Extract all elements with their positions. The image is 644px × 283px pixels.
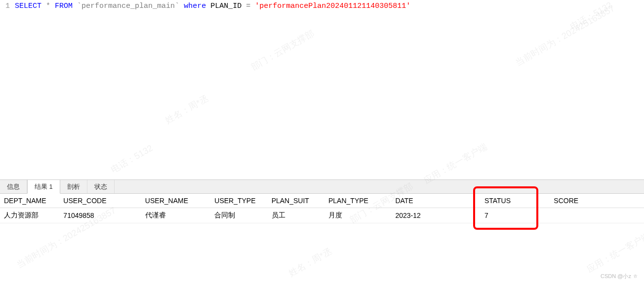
cell-plan-suit[interactable]: 员工: [268, 208, 324, 223]
col-user-code[interactable]: USER_CODE: [59, 194, 141, 208]
table-header-row: DEPT_NAME USER_CODE USER_NAME USER_TYPE …: [0, 194, 644, 208]
watermark-text: 应用：统一客户端: [585, 230, 644, 276]
table-name: `performance_plan_main`: [77, 2, 179, 10]
tab-info[interactable]: 信息: [0, 180, 27, 193]
results-pane: DEPT_NAME USER_CODE USER_NAME USER_TYPE …: [0, 194, 644, 223]
sql-text[interactable]: SELECT * FROM `performance_plan_main` wh…: [15, 2, 644, 10]
keyword-from: FROM: [55, 2, 73, 10]
table-row[interactable]: 人力资源部 71049858 代谨睿 合同制 员工 月度 2023-12 7: [0, 208, 644, 223]
result-tabs: 信息 结果 1 剖析 状态: [0, 180, 644, 194]
cell-date[interactable]: 2023-12: [391, 208, 481, 223]
col-plan-type[interactable]: PLAN_TYPE: [324, 194, 391, 208]
watermark-text: 姓名：周*丞: [286, 245, 334, 279]
col-user-name[interactable]: USER_NAME: [141, 194, 210, 208]
column-name: PLAN_ID: [210, 2, 242, 10]
cell-user-code[interactable]: 71049858: [59, 208, 141, 223]
cell-dept-name[interactable]: 人力资源部: [0, 208, 59, 223]
line-number: 1: [0, 2, 15, 10]
col-user-type[interactable]: USER_TYPE: [210, 194, 267, 208]
tab-profile[interactable]: 剖析: [60, 180, 87, 193]
footer-credit: CSDN @小z ㅎ: [601, 273, 638, 280]
cell-plan-type[interactable]: 月度: [324, 208, 391, 223]
cell-user-name[interactable]: 代谨睿: [141, 208, 210, 223]
col-date[interactable]: DATE: [391, 194, 481, 208]
equals-operator: =: [246, 2, 250, 10]
col-status[interactable]: STATUS: [481, 194, 550, 208]
cell-user-type[interactable]: 合同制: [210, 208, 267, 223]
col-score[interactable]: SCORE: [550, 194, 644, 208]
col-plan-suit[interactable]: PLAN_SUIT: [268, 194, 324, 208]
cell-status[interactable]: 7: [481, 208, 550, 223]
keyword-select: SELECT: [15, 2, 41, 10]
results-table: DEPT_NAME USER_CODE USER_NAME USER_TYPE …: [0, 194, 644, 223]
cell-score[interactable]: [550, 208, 644, 223]
tab-result[interactable]: 结果 1: [27, 179, 60, 194]
tab-status[interactable]: 状态: [87, 180, 115, 193]
sql-editor[interactable]: 1 SELECT * FROM `performance_plan_main` …: [0, 0, 644, 180]
keyword-where: where: [184, 2, 206, 10]
star-token: *: [46, 2, 50, 10]
col-dept-name[interactable]: DEPT_NAME: [0, 194, 59, 208]
string-value: 'performancePlan202401121140305811': [255, 2, 410, 10]
